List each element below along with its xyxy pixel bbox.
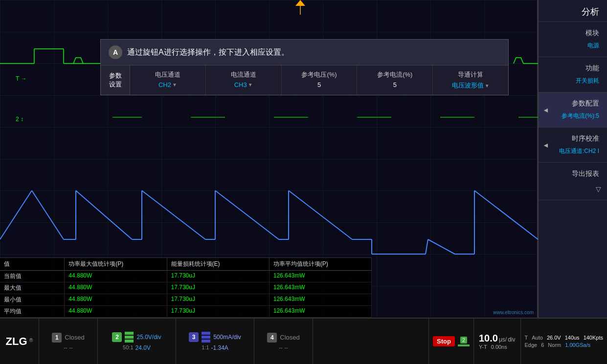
table-row: 平均值 44.880W 17.730uJ 126.643mW bbox=[0, 306, 372, 318]
svg-line-39 bbox=[426, 239, 428, 254]
row1-pmax: 44.880W bbox=[65, 271, 167, 282]
ch-2-label: 2 ↕ bbox=[16, 116, 23, 123]
ch3-bottom: 1:1 -1.34A bbox=[202, 344, 228, 351]
ch1-top: 1 Closed bbox=[52, 333, 84, 343]
row3-pmax: 44.880W bbox=[65, 294, 167, 305]
dialog-left-label: 参数 设置 bbox=[101, 65, 130, 95]
ch4-bottom: -- -- bbox=[279, 344, 288, 350]
row2-label: 最大值 bbox=[0, 282, 65, 294]
col-value-ref-current: 5 bbox=[363, 81, 427, 88]
table-header: 值 功率最大值统计项(P) 能量损耗统计项(E) 功率平均值统计项(P) bbox=[0, 258, 372, 271]
meas-row1: T Auto 26.0V 140us 140Kpts bbox=[525, 335, 603, 341]
sidebar-section-param-config[interactable]: ◄ 参数配置 参考电流(%):5 bbox=[539, 92, 607, 128]
ch1-number: 1 bbox=[52, 333, 62, 343]
right-status-area: Stop 2 10.0 μs/ div Y-T 0.00ns T bbox=[428, 319, 607, 364]
yt-offset-row: Y-T 0.00ns bbox=[479, 344, 516, 350]
channel-3-block[interactable]: 3 500mA/div 1:1 -1.34A bbox=[176, 319, 254, 364]
channel-2-block[interactable]: 2 25.0V/div 50:1 24.0V bbox=[98, 319, 176, 364]
ch4-ratio: -- bbox=[279, 344, 282, 350]
dialog-col-current[interactable]: 电流通道 CH3 ▼ bbox=[206, 65, 282, 95]
dialog-body: 参数 设置 电压通道 CH2 ▼ 电流通道 CH3 ▼ 参考电压(% bbox=[101, 65, 508, 95]
dialog-columns: 电压通道 CH2 ▼ 电流通道 CH3 ▼ 参考电压(%) 5 bbox=[130, 65, 508, 95]
ch-indicator-bar bbox=[458, 344, 470, 346]
ch2-number: 2 bbox=[112, 332, 122, 342]
meas-edge-label: Edge bbox=[525, 342, 538, 348]
meas-voltage: 26.0V bbox=[547, 335, 561, 341]
svg-line-25 bbox=[76, 191, 132, 239]
row1-eloss: 17.730uJ bbox=[167, 271, 270, 282]
row4-pavg: 126.643mW bbox=[270, 306, 372, 317]
stop-section: Stop 2 bbox=[429, 319, 474, 364]
col-header-p-max: 功率最大值统计项(P) bbox=[65, 258, 167, 270]
measurement-section: T Auto 26.0V 140us 140Kpts Edge 6 Norm 1… bbox=[521, 319, 607, 364]
svg-line-34 bbox=[289, 191, 352, 239]
dialog-col-ref-voltage[interactable]: 参考电压(%) 5 bbox=[282, 65, 358, 95]
ch2-ratio: 50:1 bbox=[123, 344, 133, 351]
svg-line-43 bbox=[474, 191, 538, 239]
dialog-header: A 通过旋钮A进行选择操作，按下进入相应设置。 bbox=[101, 40, 508, 65]
sidebar-value-function: 开关损耗 bbox=[539, 76, 607, 88]
ch3-indicator bbox=[202, 332, 210, 343]
time-div-label: div bbox=[508, 336, 515, 343]
col-label-current: 电流通道 bbox=[212, 70, 275, 79]
status-spacer bbox=[313, 319, 428, 364]
row3-label: 最小值 bbox=[0, 294, 65, 305]
sidebar-section-time-cal[interactable]: ◄ 时序校准 电压通道:CH2 I bbox=[539, 128, 607, 163]
svg-line-40 bbox=[428, 239, 455, 254]
sidebar-arrow-time: ◄ bbox=[542, 141, 549, 149]
col-value-voltage: CH2 ▼ bbox=[136, 81, 200, 88]
row4-pmax: 44.880W bbox=[65, 306, 167, 317]
meas-t-label: T bbox=[525, 335, 528, 341]
ch3-div: 500mA/div bbox=[213, 334, 241, 341]
ch3-ind-bar2 bbox=[202, 336, 210, 339]
row2-eloss: 17.730uJ bbox=[167, 282, 270, 294]
sidebar-section-function[interactable]: 功能 开关损耗 bbox=[539, 57, 607, 92]
logo-text: ZLG bbox=[6, 335, 27, 347]
ch4-top: 4 Closed bbox=[267, 333, 299, 343]
sidebar-label-module: 模块 bbox=[539, 26, 607, 41]
row1-label: 当前值 bbox=[0, 271, 65, 282]
meas-ch-num: 6 bbox=[541, 342, 544, 348]
ch3-ind-bar3 bbox=[202, 340, 210, 343]
meas-auto: Auto bbox=[532, 335, 543, 341]
table-row: 当前值 44.880W 17.730uJ 126.643mW bbox=[0, 271, 372, 282]
ch1-status: Closed bbox=[65, 334, 84, 341]
ch1-bottom: -- -- bbox=[64, 344, 73, 350]
row4-eloss: 17.730uJ bbox=[167, 306, 270, 317]
ch3-val: -1.34A bbox=[211, 344, 228, 351]
logo-reg: ® bbox=[29, 337, 33, 343]
sidebar-title: 分析 bbox=[539, 0, 607, 22]
meas-row2: Edge 6 Norm 1.00GSa/s bbox=[525, 342, 603, 348]
row1-pavg: 126.643mW bbox=[270, 271, 372, 282]
sidebar-section-export[interactable]: 导出报表 ▽ bbox=[539, 163, 607, 200]
stop-button[interactable]: Stop bbox=[433, 336, 455, 346]
dialog-title: 通过旋钮A进行选择操作，按下进入相应设置。 bbox=[127, 47, 289, 58]
logo: ZLG ® bbox=[6, 335, 33, 348]
table-row: 最小值 44.880W 17.730uJ 126.643mW bbox=[0, 294, 372, 306]
row4-label: 平均值 bbox=[0, 306, 65, 317]
ch2-div: 25.0V/div bbox=[136, 334, 161, 341]
ch3-ind-bar1 bbox=[202, 332, 210, 335]
meas-kpts: 140Kpts bbox=[584, 335, 603, 341]
col-label-voltage: 电压通道 bbox=[136, 70, 200, 79]
col-label-ref-voltage: 参考电压(%) bbox=[288, 70, 351, 79]
ch2-ind-bar1 bbox=[125, 332, 134, 335]
sidebar-section-module[interactable]: 模块 电源 bbox=[539, 22, 607, 57]
dropdown-arrow-current: ▼ bbox=[248, 82, 253, 87]
y-offset: 0.00ns bbox=[491, 344, 507, 350]
svg-line-28 bbox=[142, 191, 205, 239]
parameter-dialog: A 通过旋钮A进行选择操作，按下进入相应设置。 参数 设置 电压通道 CH2 ▼… bbox=[100, 39, 509, 95]
channel-4-block[interactable]: 4 Closed -- -- bbox=[254, 319, 313, 364]
channel-1-block[interactable]: 1 Closed -- -- bbox=[39, 319, 98, 364]
table-row: 最大值 44.880W 17.730uJ 126.643mW bbox=[0, 282, 372, 294]
svg-line-21 bbox=[0, 191, 32, 239]
dialog-col-conduction[interactable]: 导通计算 电压波形值 ▼ bbox=[433, 65, 508, 95]
col-header-label: 值 bbox=[0, 258, 65, 270]
ch3-top: 3 500mA/div bbox=[189, 332, 241, 343]
meas-norm: Norm bbox=[548, 342, 561, 348]
status-bar: ZLG ® 1 Closed -- -- 2 25.0V/div 50:1 24… bbox=[0, 318, 607, 364]
dialog-col-voltage[interactable]: 电压通道 CH2 ▼ bbox=[130, 65, 206, 95]
time-unit: μs/ bbox=[499, 336, 507, 343]
dialog-col-ref-current[interactable]: 参考电流(%) 5 bbox=[357, 65, 433, 95]
stop-row: Stop 2 bbox=[433, 336, 470, 346]
